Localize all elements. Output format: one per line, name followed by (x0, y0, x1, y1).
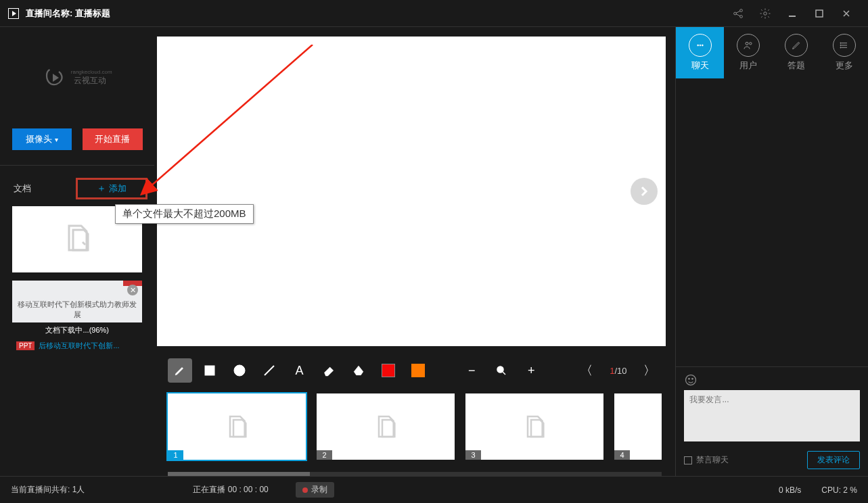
settings-icon[interactable] (752, 0, 779, 27)
slide-thumb[interactable]: 2 (317, 393, 455, 460)
circle-tool[interactable] (227, 358, 252, 383)
live-status: 正在直播 00 : 00 : 00 (193, 484, 268, 496)
app-icon (8, 8, 19, 19)
eraser-tool[interactable] (317, 358, 341, 383)
slide-preview (157, 37, 666, 346)
line-tool[interactable] (257, 358, 281, 383)
filesize-tooltip: 单个文件最大不超过200MB (115, 204, 254, 224)
next-slide-button[interactable] (631, 178, 658, 205)
cpu-usage: CPU: 2 % (821, 485, 857, 495)
zoom-out-button[interactable]: − (459, 358, 484, 383)
svg-point-12 (749, 43, 751, 45)
square-tool[interactable] (198, 358, 222, 383)
tab-chat[interactable]: 聊天 (676, 27, 724, 78)
maximize-button[interactable] (806, 0, 833, 27)
svg-point-11 (746, 42, 748, 45)
pencil-tool[interactable] (168, 358, 192, 383)
viewer-count: 当前直播间共有: 1人 (11, 484, 85, 496)
slide-thumb[interactable]: 4 (614, 393, 662, 460)
svg-point-9 (700, 45, 701, 46)
caret-down-icon: ▾ (55, 136, 58, 143)
slide-number: 4 (614, 450, 629, 460)
tab-more[interactable]: 更多 (820, 27, 868, 78)
svg-point-6 (234, 365, 245, 376)
svg-rect-5 (205, 366, 214, 375)
slide-thumb[interactable]: 1 (168, 393, 306, 460)
svg-point-15 (840, 47, 841, 48)
emoji-button[interactable] (684, 373, 698, 389)
thumb-scrollbar[interactable] (168, 472, 662, 476)
text-tool[interactable]: A (287, 358, 311, 383)
svg-point-14 (840, 45, 841, 45)
doc-progress: 文档下载中...(96%) (12, 322, 142, 338)
record-icon (302, 487, 308, 493)
title-value: 直播标题 (75, 7, 110, 20)
slide-thumb[interactable]: 3 (465, 393, 603, 460)
share-icon[interactable] (725, 0, 752, 27)
doc-format-tag: PPT (16, 341, 35, 350)
doc-title: 后移动互联时代下创新... (39, 341, 119, 351)
camera-button[interactable]: 摄像头▾ (12, 128, 72, 150)
doc-desc: 移动互联时代下创新模式助力教师发展 (12, 281, 142, 322)
zoom-in-button[interactable]: + (519, 358, 543, 383)
chat-messages (676, 78, 868, 366)
docs-label: 文档 (14, 183, 31, 195)
page-indicator: 1/10 (610, 366, 626, 376)
prev-page-button[interactable]: 〈 (574, 358, 599, 383)
chat-input[interactable] (684, 390, 860, 441)
add-document-button[interactable]: ＋添加 (76, 178, 147, 199)
svg-point-7 (497, 366, 503, 373)
send-button[interactable]: 发表评论 (807, 451, 860, 469)
tab-quiz[interactable]: 答题 (772, 27, 820, 78)
next-page-button[interactable]: 〉 (637, 358, 662, 383)
title-label: 直播间名称: (26, 7, 72, 20)
clear-tool[interactable] (346, 358, 371, 383)
start-live-button[interactable]: 开始直播 (83, 128, 142, 150)
document-thumb-downloading[interactable]: ✕ 移动互联时代下创新模式助力教师发展 文档下载中...(96%) PPT 后移… (12, 281, 142, 354)
svg-point-13 (840, 43, 841, 43)
svg-point-0 (734, 12, 737, 15)
mute-chat-checkbox[interactable]: 禁言聊天 (684, 454, 729, 466)
color-red[interactable] (376, 358, 401, 383)
svg-point-18 (692, 379, 693, 380)
svg-point-17 (689, 379, 690, 380)
slide-number: 2 (317, 450, 332, 460)
svg-point-3 (764, 11, 767, 15)
slide-number: 3 (465, 450, 480, 460)
close-button[interactable] (833, 0, 860, 27)
document-icon (61, 222, 93, 257)
svg-point-1 (740, 9, 743, 11)
brand-logo: rangkecloud.com 云视互动 (0, 27, 154, 128)
slide-thumbnails: 1 2 3 4 (154, 389, 675, 471)
svg-point-2 (740, 15, 743, 18)
svg-point-16 (686, 375, 696, 385)
tab-user[interactable]: 用户 (724, 27, 772, 78)
svg-rect-4 (816, 10, 823, 17)
annotation-toolbar: A − + 〈 1/10 〉 (154, 352, 675, 389)
svg-point-10 (702, 45, 703, 46)
minimize-button[interactable] (779, 0, 806, 27)
svg-point-8 (698, 45, 699, 46)
record-button[interactable]: 录制 (296, 482, 334, 498)
plus-icon: ＋ (97, 183, 106, 195)
zoom-fit-button[interactable] (489, 358, 513, 383)
network-speed: 0 kB/s (779, 485, 801, 495)
slide-number: 1 (168, 450, 183, 460)
color-orange[interactable] (406, 358, 430, 383)
